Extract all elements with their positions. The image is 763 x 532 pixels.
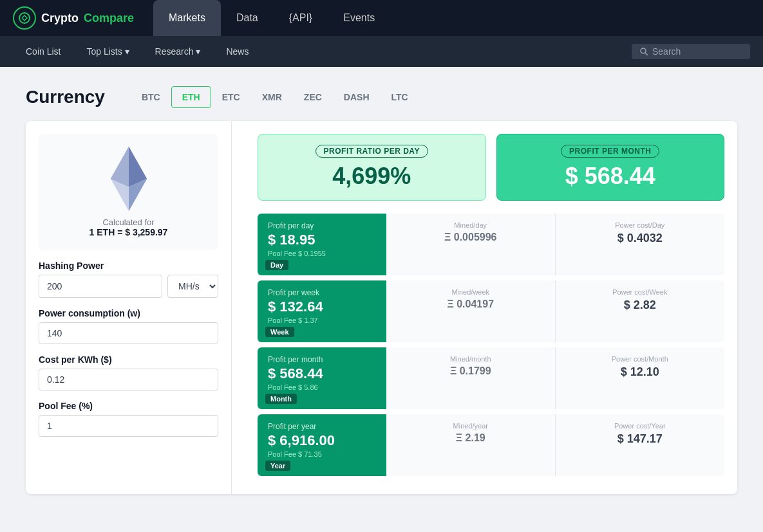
power-consumption-input[interactable] (39, 322, 218, 344)
sub-nav-research[interactable]: Research ▾ (142, 36, 214, 67)
profit-ratio-label: PROFIT RATIO PER DAY (316, 145, 428, 158)
profit-per-month-card: PROFIT PER MONTH $ 568.44 (496, 134, 725, 201)
mined-label-week: Mined/week (397, 288, 545, 296)
profit-ratio-card: PROFIT RATIO PER DAY 4,699% (258, 134, 486, 201)
power-value-week: $ 2.82 (566, 298, 715, 312)
eth-logo (97, 147, 161, 211)
power-label-month: Power cost/Month (566, 355, 715, 363)
currency-tab-ltc[interactable]: LTC (381, 86, 419, 108)
sub-nav-top-lists[interactable]: Top Lists ▾ (73, 36, 142, 67)
data-rows-container: Profit per day $ 18.95 Pool Fee $ 0.1955… (258, 214, 724, 476)
power-label-week: Power cost/Week (566, 288, 715, 296)
data-row-month: Profit per month $ 568.44 Pool Fee $ 5.8… (258, 347, 724, 409)
nav-tab-markets[interactable]: Markets (153, 0, 221, 36)
sub-nav-coin-list[interactable]: Coin List (13, 36, 73, 67)
data-row-week: Profit per week $ 132.64 Pool Fee $ 1.37… (258, 280, 724, 342)
nav-tab-data[interactable]: Data (221, 0, 274, 36)
sub-nav: Coin List Top Lists ▾ Research ▾ News (0, 36, 763, 67)
right-panel: PROFIT RATIO PER DAY 4,699% PROFIT PER M… (245, 121, 737, 494)
cost-per-kwh-input[interactable] (39, 369, 218, 390)
profit-label-month: Profit per month (268, 355, 376, 364)
calculated-for: Calculated for 1 ETH = $ 3,259.97 (89, 217, 168, 237)
mined-label-month: Mined/month (397, 355, 545, 363)
svg-point-0 (19, 13, 30, 23)
power-cost-year: Power cost/Year $ 147.17 (556, 414, 725, 476)
profit-value-month: $ 568.44 (268, 365, 376, 382)
pool-fee-year: Pool Fee $ 71.35 (268, 450, 376, 458)
summary-cards: PROFIT RATIO PER DAY 4,699% PROFIT PER M… (258, 134, 724, 201)
power-cost-day: Power cost/Day $ 0.4032 (556, 214, 725, 275)
logo[interactable]: CryptoCompare (13, 6, 134, 30)
power-label-year: Power cost/Year (566, 422, 715, 430)
profit-label-year: Profit per year (268, 422, 376, 431)
top-nav: CryptoCompare Markets Data {API} Events (0, 0, 763, 36)
data-row-year: Profit per year $ 6,916.00 Pool Fee $ 71… (258, 414, 724, 476)
data-row-main-year: Profit per year $ 6,916.00 Pool Fee $ 71… (258, 414, 386, 476)
currency-tab-dash[interactable]: DASH (333, 86, 381, 108)
pool-fee-group: Pool Fee (%) (39, 401, 218, 437)
currency-tab-xmr[interactable]: XMR (251, 86, 293, 108)
cost-per-kwh-group: Cost per KWh ($) (39, 354, 218, 390)
period-badge-year: Year (265, 461, 290, 471)
mined-value-week: Ξ 0.04197 (397, 298, 545, 310)
mined-label-day: Mined/day (397, 221, 545, 229)
profit-per-month-label: PROFIT PER MONTH (561, 145, 659, 158)
mined-label-year: Mined/year (397, 422, 545, 430)
logo-text-crypto: Crypto (41, 12, 79, 25)
pool-fee-week: Pool Fee $ 1.37 (268, 316, 376, 324)
currency-tab-etc[interactable]: ETC (211, 86, 251, 108)
pool-fee-label: Pool Fee (%) (39, 401, 218, 411)
pool-fee-month: Pool Fee $ 5.86 (268, 383, 376, 391)
pool-fee-day: Pool Fee $ 0.1955 (268, 250, 376, 257)
nav-tab-api[interactable]: {API} (274, 0, 328, 36)
power-label-day: Power cost/Day (566, 221, 715, 229)
hashing-power-label: Hashing Power (39, 261, 218, 271)
period-badge-day: Day (265, 260, 288, 270)
period-badge-month: Month (265, 394, 297, 404)
power-consumption-label: Power consumption (w) (39, 308, 218, 318)
data-row-main-month: Profit per month $ 568.44 Pool Fee $ 5.8… (258, 347, 386, 409)
power-value-month: $ 12.10 (566, 365, 715, 379)
sub-nav-news[interactable]: News (213, 36, 261, 67)
currency-tab-zec[interactable]: ZEC (293, 86, 333, 108)
nav-tab-events[interactable]: Events (328, 0, 390, 36)
mined-month: Mined/month Ξ 0.1799 (386, 347, 556, 409)
search-input[interactable] (652, 46, 742, 57)
power-value-year: $ 147.17 (566, 432, 715, 446)
eth-price: 1 ETH = $ 3,259.97 (89, 227, 168, 237)
currency-tabs: BTC ETH ETC XMR ZEC DASH LTC (131, 86, 419, 108)
data-row-main-day: Profit per day $ 18.95 Pool Fee $ 0.1955… (258, 214, 386, 275)
hashing-unit-select[interactable]: MH/s GH/s TH/s (167, 275, 218, 298)
hashing-power-group: Hashing Power MH/s GH/s TH/s (39, 261, 218, 298)
hashing-power-input[interactable] (39, 275, 162, 298)
power-value-day: $ 0.4032 (566, 232, 715, 245)
profit-value-year: $ 6,916.00 (268, 432, 376, 449)
currency-header: Currency BTC ETH ETC XMR ZEC DASH LTC (26, 86, 737, 108)
pool-fee-input[interactable] (39, 415, 218, 437)
currency-tab-eth[interactable]: ETH (171, 86, 211, 108)
search-box[interactable] (632, 44, 750, 59)
mined-week: Mined/week Ξ 0.04197 (386, 280, 556, 342)
data-row-day: Profit per day $ 18.95 Pool Fee $ 0.1955… (258, 214, 724, 275)
mined-year: Mined/year Ξ 2.19 (386, 414, 556, 476)
profit-value-week: $ 132.64 (268, 298, 376, 315)
currency-tab-btc[interactable]: BTC (131, 86, 171, 108)
mined-value-year: Ξ 2.19 (397, 432, 545, 444)
page-title: Currency (26, 87, 105, 107)
period-badge-week: Week (265, 327, 294, 337)
power-cost-week: Power cost/Week $ 2.82 (556, 280, 725, 342)
main-grid: Calculated for 1 ETH = $ 3,259.97 Hashin… (26, 121, 737, 494)
profit-value-day: $ 18.95 (268, 232, 376, 248)
mined-value-day: Ξ 0.005996 (397, 232, 545, 243)
page-content: Currency BTC ETH ETC XMR ZEC DASH LTC (0, 67, 763, 532)
search-icon (639, 47, 648, 56)
profit-per-month-value: $ 568.44 (510, 163, 711, 190)
profit-label-day: Profit per day (268, 221, 376, 230)
profit-ratio-value: 4,699% (271, 163, 473, 190)
svg-point-1 (641, 48, 646, 53)
data-row-main-week: Profit per week $ 132.64 Pool Fee $ 1.37… (258, 280, 386, 342)
power-consumption-group: Power consumption (w) (39, 308, 218, 344)
nav-tabs: Markets Data {API} Events (153, 0, 750, 36)
logo-icon (13, 6, 36, 30)
power-cost-month: Power cost/Month $ 12.10 (556, 347, 725, 409)
